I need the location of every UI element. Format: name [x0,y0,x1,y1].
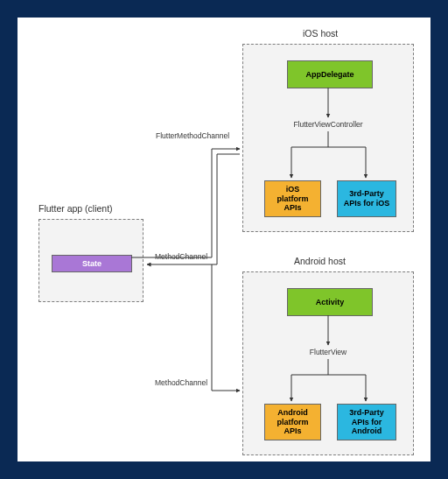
flutter-client-title: Flutter app (client) [38,203,113,214]
android-host-title: Android host [294,256,346,266]
app-delegate-node: AppDelegate [287,60,373,88]
ios-host-title: iOS host [303,28,338,39]
android-third-party-node: 3rd-Party APIs for Android [337,404,396,440]
activity-node: Activity [287,288,373,316]
state-node: State [52,255,132,272]
diagram-canvas: Flutter app (client) State iOS host AppD… [18,18,430,461]
method-channel-ios-label: MethodChannel [155,252,207,261]
ios-platform-apis-node: iOS platform APIs [264,180,321,217]
ios-host-box: AppDelegate FlutterViewController iOS pl… [242,44,414,232]
method-channel-android-label: MethodChannel [155,378,207,387]
android-host-box: Activity FlutterView Android platform AP… [242,271,414,455]
flutter-view-label: FlutterView [243,348,413,356]
android-platform-apis-node: Android platform APIs [264,404,321,440]
flutter-view-controller-label: FlutterViewController [243,120,413,129]
flutter-method-channel-label: FlutterMethodChannel [156,131,229,140]
flutter-client-box: State [38,219,144,302]
ios-third-party-node: 3rd-Party APIs for iOS [337,180,396,217]
